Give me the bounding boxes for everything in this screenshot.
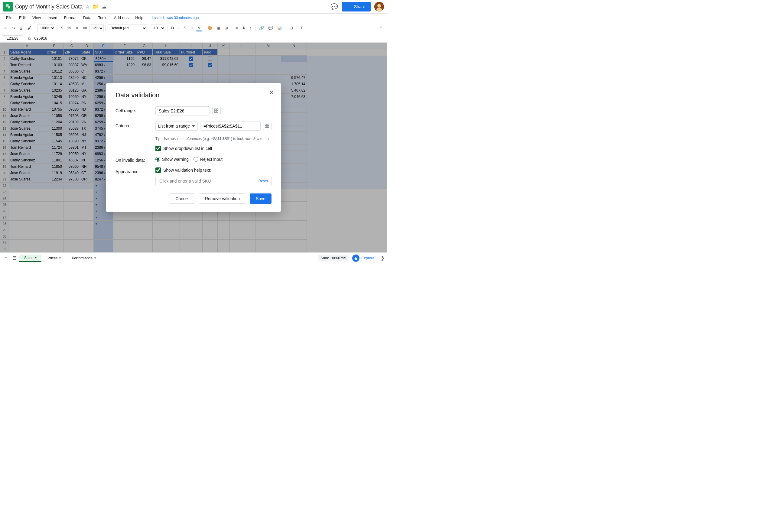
text-color-button[interactable]: A bbox=[196, 24, 202, 31]
cell-range-label: Cell range: bbox=[115, 106, 152, 113]
decimal0-button[interactable]: .0 bbox=[73, 25, 80, 31]
font-size-select[interactable]: 10 bbox=[151, 24, 165, 32]
svg-rect-1 bbox=[6, 5, 8, 6]
filter-button[interactable]: ⊟ bbox=[288, 24, 295, 31]
comment-icon[interactable]: 💬 bbox=[330, 3, 338, 10]
menu-edit[interactable]: Edit bbox=[16, 14, 29, 21]
folder-icon[interactable]: 📁 bbox=[92, 3, 99, 10]
strikethrough-button[interactable]: S bbox=[182, 24, 188, 31]
tab-sales[interactable]: Sales ▾ bbox=[19, 255, 41, 262]
paint-format-button[interactable]: 🖌 bbox=[26, 24, 33, 31]
menu-addons[interactable]: Add-ons bbox=[111, 14, 132, 21]
comment-button[interactable]: 💬 bbox=[266, 24, 275, 31]
appearance-label: Appearance: bbox=[115, 167, 152, 174]
functions-button[interactable]: Σ bbox=[299, 24, 305, 31]
cell-range-input-group bbox=[155, 106, 272, 115]
grid-select-icon[interactable] bbox=[212, 107, 221, 115]
formula-bar: fx 625918 bbox=[0, 34, 387, 43]
help-text-input[interactable] bbox=[155, 176, 272, 186]
toolbar-separator-1 bbox=[35, 25, 35, 31]
borders-button[interactable]: ▦ bbox=[215, 24, 222, 31]
toolbar-separator-2 bbox=[57, 25, 57, 31]
menu-format[interactable]: Format bbox=[61, 14, 80, 21]
top-bar: Copy of Monthly Sales Data ☆ 📁 ☁ 💬 👤 Exp… bbox=[0, 0, 387, 14]
fill-color-button[interactable]: 🎨 bbox=[206, 24, 214, 31]
explore-icon bbox=[352, 255, 359, 262]
tab-prices[interactable]: Prices ▾ bbox=[43, 255, 66, 261]
sum-display[interactable]: Sum: 10660755 bbox=[318, 255, 349, 261]
sheet-tabs: + ☰ Sales ▾ Prices ▾ Performance ▾ bbox=[2, 255, 317, 262]
menu-bar: File Edit View Insert Format Data Tools … bbox=[0, 14, 387, 22]
app-icon bbox=[3, 2, 13, 11]
explore-button[interactable]: Explore bbox=[352, 255, 375, 262]
bold-button[interactable]: B bbox=[169, 24, 176, 31]
criteria-input-group: List from a range bbox=[155, 122, 272, 131]
redo-button[interactable]: ↪ bbox=[10, 24, 17, 31]
user-avatar[interactable] bbox=[374, 2, 384, 11]
italic-button[interactable]: I bbox=[177, 24, 181, 31]
font-select[interactable]: Default (Ari… bbox=[108, 24, 147, 32]
reject-input-radio[interactable] bbox=[193, 157, 198, 162]
star-icon[interactable]: ☆ bbox=[85, 3, 90, 10]
text-rotate-button[interactable]: ↕ bbox=[248, 24, 254, 31]
tab-arrow-prices: ▾ bbox=[59, 256, 61, 260]
last-edit-text: Last edit was 33 minutes ago bbox=[152, 16, 199, 20]
reject-input-option[interactable]: Reject input bbox=[193, 157, 223, 162]
add-sheet-button[interactable]: + bbox=[2, 255, 10, 262]
underline-button[interactable]: U bbox=[189, 24, 195, 31]
criteria-row: Criteria: List from a range bbox=[115, 122, 272, 131]
toolbar-separator-9 bbox=[286, 25, 286, 31]
dialog-overlay[interactable]: Data validation ✕ Cell range: Criteria: … bbox=[0, 43, 387, 252]
side-panel-toggle[interactable]: ❯ bbox=[381, 255, 385, 261]
svg-rect-17 bbox=[265, 124, 267, 125]
criteria-type-select[interactable]: List from a range bbox=[155, 122, 198, 131]
dialog-title: Data validation bbox=[115, 91, 272, 99]
show-warning-radio[interactable] bbox=[155, 157, 160, 162]
halign-button[interactable]: ≡ bbox=[234, 24, 240, 31]
menu-data[interactable]: Data bbox=[80, 14, 94, 21]
merge-button[interactable]: ⊞ bbox=[223, 24, 230, 31]
valign-button[interactable]: ⬍ bbox=[240, 24, 247, 31]
menu-file[interactable]: File bbox=[3, 14, 15, 21]
tab-performance[interactable]: Performance ▾ bbox=[67, 255, 101, 261]
criteria-label: Criteria: bbox=[115, 122, 152, 128]
expand-button[interactable]: ⌃ bbox=[378, 24, 385, 31]
zoom-select[interactable]: 100% bbox=[37, 24, 55, 32]
menu-insert[interactable]: Insert bbox=[44, 14, 60, 21]
svg-rect-14 bbox=[216, 109, 218, 110]
close-button[interactable]: ✕ bbox=[267, 88, 276, 97]
appearance-control: Show validation help text: Reset bbox=[155, 167, 272, 186]
menu-help[interactable]: Help bbox=[132, 14, 146, 21]
share-button[interactable]: 👤 Explore Share bbox=[342, 2, 371, 11]
bottom-bar: + ☰ Sales ▾ Prices ▾ Performance ▾ Sum: … bbox=[0, 252, 387, 263]
decimal00-button[interactable]: .00 bbox=[80, 25, 89, 31]
cell-range-input[interactable] bbox=[155, 106, 210, 115]
menu-tools[interactable]: Tools bbox=[95, 14, 110, 21]
cloud-icon[interactable]: ☁ bbox=[101, 3, 107, 10]
on-invalid-row: On invalid data: Show warning Reject inp… bbox=[115, 156, 272, 163]
undo-button[interactable]: ↩ bbox=[2, 24, 9, 31]
percent-button[interactable]: % bbox=[66, 24, 73, 31]
sheet-menu-button[interactable]: ☰ bbox=[11, 255, 18, 262]
svg-rect-15 bbox=[214, 111, 216, 112]
format-type-select[interactable]: 123 bbox=[89, 24, 104, 32]
criteria-grid-icon[interactable] bbox=[263, 122, 272, 130]
show-help-checkbox[interactable] bbox=[155, 167, 161, 173]
show-warning-option[interactable]: Show warning bbox=[155, 157, 189, 162]
dialog-buttons: Cancel Remove validation Save bbox=[115, 193, 272, 204]
reset-link[interactable]: Reset bbox=[259, 179, 268, 183]
save-button[interactable]: Save bbox=[250, 193, 272, 204]
document-title: Copy of Monthly Sales Data bbox=[15, 4, 83, 10]
chart-button[interactable]: 📊 bbox=[275, 24, 284, 31]
link-button[interactable]: 🔗 bbox=[257, 24, 266, 31]
print-button[interactable]: 🖨 bbox=[18, 24, 25, 31]
remove-validation-button[interactable]: Remove validation bbox=[199, 193, 246, 204]
toolbar-separator-4 bbox=[149, 25, 149, 31]
cancel-button[interactable]: Cancel bbox=[169, 193, 195, 204]
cell-reference-input[interactable] bbox=[2, 35, 23, 41]
svg-rect-18 bbox=[267, 124, 269, 125]
currency-button[interactable]: $ bbox=[59, 24, 65, 31]
show-dropdown-checkbox[interactable] bbox=[155, 146, 161, 151]
criteria-value-input[interactable] bbox=[200, 122, 261, 131]
menu-view[interactable]: View bbox=[29, 14, 44, 21]
